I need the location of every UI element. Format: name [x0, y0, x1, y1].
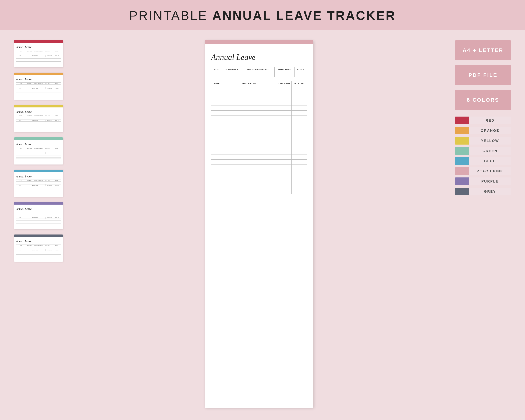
main-content: Annual Leave YEARALLOWANCEDAYS CARRIED O… — [0, 30, 525, 418]
header: PRINTABLE ANNUAL LEAVE TRACKER — [0, 0, 525, 30]
thumb-title-grey: Annual Leave — [16, 240, 61, 243]
color-label-grey[interactable]: GREY — [455, 187, 511, 195]
thumb-content-orange: Annual Leave YEARALLOWANCEDAYS CARRIED O… — [16, 78, 61, 94]
col-total-days: TOTAL DAYS — [274, 67, 294, 72]
document-preview-column: Annual Leave YEAR ALLOWANCE DAYS CARRIED… — [74, 40, 444, 408]
table-row — [211, 165, 307, 169]
thumb-yellow[interactable]: Annual Leave YEARALLOWANCEDAYS CARRIED O… — [14, 105, 63, 132]
thumb-red[interactable]: Annual Leave YEARALLOWANCEDAYS CARRIED O… — [14, 40, 63, 67]
thumb-accent-grey — [14, 234, 63, 237]
table-row — [211, 111, 307, 115]
color-name-grey: GREY — [469, 187, 511, 195]
color-name-purple: PURPLE — [469, 177, 511, 185]
table-row — [211, 150, 307, 155]
table-row — [211, 160, 307, 165]
badge-pdf-file-text: PDF FILE — [469, 72, 497, 78]
color-name-green: GREEN — [469, 147, 511, 155]
color-name-orange: ORANGE — [469, 127, 511, 134]
col-notes: NOTES — [295, 67, 307, 72]
col-days-used: DAYS USED — [276, 81, 291, 86]
swatch-peach-pink — [455, 167, 469, 175]
thumb-title-orange: Annual Leave — [16, 78, 61, 81]
summary-table-row — [211, 72, 307, 77]
summary-table-header-row: YEAR ALLOWANCE DAYS CARRIED OVER TOTAL D… — [211, 67, 307, 72]
thumb-row-red — [16, 52, 61, 54]
col-description: DESCRIPTION — [223, 81, 276, 86]
thumb-accent-blue — [14, 170, 63, 172]
color-label-purple[interactable]: PURPLE — [455, 177, 511, 185]
col-allowance: ALLOWANCE — [222, 67, 242, 72]
table-row — [211, 115, 307, 120]
table-row — [211, 86, 307, 91]
table-row — [211, 174, 307, 179]
table-row — [211, 135, 307, 140]
swatch-yellow — [455, 137, 469, 145]
color-label-yellow[interactable]: YELLOW — [455, 137, 511, 145]
color-name-peach-pink: PEACH PINK — [469, 167, 511, 175]
badge-pdf-file: PDF FILE — [455, 65, 511, 85]
thumb-blue[interactable]: Annual Leave YEARALLOWANCEDAYS CARRIED O… — [14, 170, 63, 197]
color-name-yellow: YELLOW — [469, 137, 511, 145]
badge-8-colors-text: 8 COLORS — [467, 97, 499, 103]
table-row — [211, 120, 307, 125]
thumb-content-green: Annual Leave YEARALLOWANCEDAYS CARRIED O… — [16, 143, 61, 159]
doc-accent-bar — [205, 40, 313, 44]
swatch-blue — [455, 157, 469, 165]
table-row — [211, 101, 307, 106]
thumb-content-purple: Annual Leave YEARALLOWANCEDAYS CARRIED O… — [16, 207, 61, 224]
thumb-title-purple: Annual Leave — [16, 207, 61, 211]
thumbnail-column: Annual Leave YEARALLOWANCEDAYS CARRIED O… — [14, 40, 63, 408]
thumb-content-yellow: Annual Leave YEARALLOWANCEDAYS CARRIED O… — [16, 110, 61, 126]
tracking-table-header-row: DATE DESCRIPTION DAYS USED DAYS LEFT — [211, 81, 307, 86]
thumb-header-red: YEARALLOWANCEDAYS CARRIED OVERTOTAL DAYS… — [16, 50, 61, 52]
table-row — [211, 145, 307, 150]
table-row — [211, 125, 307, 130]
table-row — [211, 140, 307, 145]
table-row — [211, 96, 307, 101]
swatch-orange — [455, 127, 469, 134]
summary-table: YEAR ALLOWANCE DAYS CARRIED OVER TOTAL D… — [211, 67, 307, 77]
col-date: DATE — [211, 81, 223, 86]
color-label-red[interactable]: RED — [455, 117, 511, 124]
thumb-purple[interactable]: Annual Leave YEARALLOWANCEDAYS CARRIED O… — [14, 202, 63, 229]
col-year: YEAR — [211, 67, 222, 72]
thumb-content-blue: Annual Leave YEARALLOWANCEDAYS CARRIED O… — [16, 175, 61, 191]
color-label-blue[interactable]: BLUE — [455, 157, 511, 165]
thumb-title-blue: Annual Leave — [16, 175, 61, 178]
col-days-carried: DAYS CARRIED OVER — [242, 67, 274, 72]
tracking-tbody — [211, 86, 307, 194]
table-row — [211, 155, 307, 160]
color-name-blue: BLUE — [469, 157, 511, 165]
table-row — [211, 106, 307, 111]
table-row — [211, 91, 307, 96]
thumb-title-red: Annual Leave — [16, 46, 61, 49]
thumb-content-grey: Annual Leave YEARALLOWANCEDAYS CARRIED O… — [16, 240, 61, 256]
right-panel: A4 + LETTER PDF FILE 8 COLORS RED ORANGE… — [455, 40, 511, 408]
color-label-green[interactable]: GREEN — [455, 147, 511, 155]
thumb-accent-red — [14, 40, 63, 43]
thumb-orange[interactable]: Annual Leave YEARALLOWANCEDAYS CARRIED O… — [14, 73, 63, 100]
thumb-title-green: Annual Leave — [16, 143, 61, 146]
swatch-grey — [455, 187, 469, 195]
thumb-title-yellow: Annual Leave — [16, 110, 61, 113]
swatch-green — [455, 147, 469, 155]
title-prefix: PRINTABLE — [129, 9, 212, 23]
table-row — [211, 130, 307, 135]
swatch-red — [455, 117, 469, 124]
thumb-accent-orange — [14, 73, 63, 75]
thumb-green[interactable]: Annual Leave YEARALLOWANCEDAYS CARRIED O… — [14, 137, 63, 165]
thumb-grey[interactable]: Annual Leave YEARALLOWANCEDAYS CARRIED O… — [14, 234, 63, 262]
color-label-peach-pink[interactable]: PEACH PINK — [455, 167, 511, 175]
badge-a4-letter-text: A4 + LETTER — [462, 47, 503, 53]
page-title: PRINTABLE ANNUAL LEAVE TRACKER — [0, 8, 525, 23]
tracking-table: DATE DESCRIPTION DAYS USED DAYS LEFT — [211, 81, 307, 194]
badge-8-colors: 8 COLORS — [455, 90, 511, 110]
title-bold: ANNUAL LEAVE TRACKER — [212, 9, 396, 23]
color-label-orange[interactable]: ORANGE — [455, 127, 511, 134]
col-days-left: DAYS LEFT — [291, 81, 307, 86]
table-row — [211, 179, 307, 184]
table-row — [211, 169, 307, 174]
color-labels: RED ORANGE YELLOW GREEN BLUE PEACH PINK — [455, 117, 511, 195]
thumb-accent-green — [14, 137, 63, 140]
thumb-accent-purple — [14, 202, 63, 205]
